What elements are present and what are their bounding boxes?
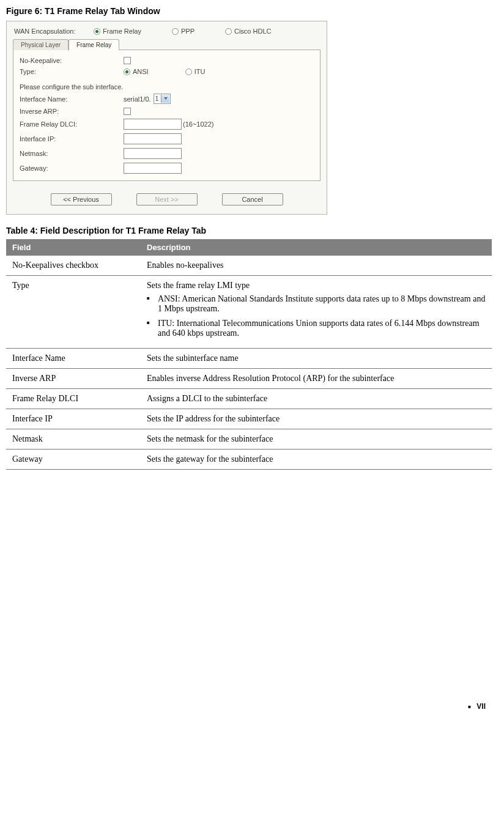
table-row: Frame Relay DLCI Assigns a DLCI to the s… — [6, 389, 492, 409]
interface-name-select[interactable]: 1 — [154, 94, 171, 104]
cell-field: Netmask — [6, 429, 141, 450]
page-number: VII — [476, 702, 486, 711]
interface-name-row: Interface Name: serial1/0. 1 — [20, 92, 314, 106]
field-label: Interface IP: — [20, 135, 124, 143]
table-row: Netmask Sets the netmask for the subinte… — [6, 429, 492, 450]
table-row: Gateway Sets the gateway for the subinte… — [6, 450, 492, 470]
no-keepalive-row: No-Keepalive: — [20, 55, 314, 66]
radio-dot-icon — [172, 28, 179, 35]
radio-ppp[interactable]: PPP — [172, 28, 195, 35]
netmask-row: Netmask: — [20, 146, 314, 161]
wan-encapsulation-row: WAN Encapsulation: Frame Relay PPP Cisco… — [7, 21, 327, 37]
configure-note: Please configure the sub interface. — [20, 77, 314, 92]
config-window: WAN Encapsulation: Frame Relay PPP Cisco… — [6, 21, 327, 215]
gateway-row: Gateway: — [20, 161, 314, 176]
table-caption: Table 4: Field Description for T1 Frame … — [6, 226, 492, 235]
type-intro: Sets the frame relay LMI type — [147, 281, 250, 290]
cell-field: Interface IP — [6, 409, 141, 429]
square-bullet-icon: ■ — [468, 704, 471, 709]
cell-field: Frame Relay DLCI — [6, 389, 141, 409]
radio-itu[interactable]: ITU — [185, 68, 206, 75]
cancel-button[interactable]: Cancel — [222, 193, 283, 205]
radio-label: Cisco HDLC — [234, 28, 272, 35]
table-row: Interface IP Sets the IP address for the… — [6, 409, 492, 429]
table-row: No-Keepalives checkbox Enables no-keepal… — [6, 256, 492, 276]
gateway-input[interactable] — [124, 163, 182, 174]
table-row: Type Sets the frame relay LMI type ANSI:… — [6, 276, 492, 349]
previous-button[interactable]: << Previous — [51, 193, 112, 205]
cell-desc: Sets the frame relay LMI type ANSI: Amer… — [141, 276, 492, 349]
cell-desc: Sets the netmask for the subinterface — [141, 429, 492, 450]
field-label: Frame Relay DLCI: — [20, 120, 124, 128]
wan-radio-group: Frame Relay PPP Cisco HDLC — [94, 28, 319, 35]
cell-desc: Sets the IP address for the subinterface — [141, 409, 492, 429]
table-row: Inverse ARP Enables inverse Address Reso… — [6, 369, 492, 389]
interface-ip-row: Interface IP: — [20, 131, 314, 146]
radio-label: Frame Relay — [103, 28, 141, 35]
cell-field: No-Keepalives checkbox — [6, 256, 141, 276]
page-footer: ■ VII — [6, 702, 492, 711]
th-field: Field — [6, 239, 141, 256]
field-label: Type: — [20, 68, 124, 75]
button-row: << Previous Next >> Cancel — [7, 187, 327, 214]
dlci-row: Frame Relay DLCI: (16~1022) — [20, 117, 314, 131]
cell-desc: Enables inverse Address Resolution Proto… — [141, 369, 492, 389]
tab-frame-relay[interactable]: Frame Relay — [69, 39, 119, 50]
radio-cisco-hdlc[interactable]: Cisco HDLC — [225, 28, 272, 35]
table-row: Interface Name Sets the subinterface nam… — [6, 349, 492, 369]
cell-field: Type — [6, 276, 141, 349]
field-label: No-Keepalive: — [20, 57, 124, 64]
cell-desc: Sets the gateway for the subinterface — [141, 450, 492, 470]
wan-label: WAN Encapsulation: — [14, 28, 94, 35]
radio-dot-icon — [185, 68, 192, 75]
radio-dot-icon — [94, 28, 100, 35]
interface-name-prefix: serial1/0. — [124, 95, 151, 103]
next-button[interactable]: Next >> — [136, 193, 198, 205]
select-value: 1 — [155, 95, 159, 102]
interface-ip-input[interactable] — [124, 133, 182, 144]
th-description: Description — [141, 239, 492, 256]
no-keepalive-checkbox[interactable] — [124, 57, 131, 64]
list-item: ANSI: American National Standards Instit… — [147, 294, 486, 314]
radio-label: ITU — [195, 68, 206, 75]
tab-bar: Physical Layer Frame Relay — [7, 39, 327, 50]
tab-physical-layer[interactable]: Physical Layer — [13, 39, 69, 50]
field-label: Gateway: — [20, 165, 124, 172]
cell-desc: Sets the subinterface name — [141, 349, 492, 369]
field-label: Netmask: — [20, 150, 124, 157]
radio-label: ANSI — [133, 68, 149, 75]
radio-ansi[interactable]: ANSI — [124, 68, 149, 75]
field-description-table: Field Description No-Keepalives checkbox… — [6, 239, 492, 470]
tab-content: No-Keepalive: Type: ANSI ITU Please conf… — [13, 50, 321, 181]
figure-title: Figure 6: T1 Frame Relay Tab Window — [6, 6, 492, 16]
cell-desc: Assigns a DLCI to the subinterface — [141, 389, 492, 409]
radio-label: PPP — [181, 28, 195, 35]
dlci-range: (16~1022) — [183, 120, 213, 128]
chevron-down-icon — [164, 97, 168, 100]
inverse-arp-checkbox[interactable] — [124, 108, 131, 115]
field-label: Interface Name: — [20, 95, 124, 103]
type-row: Type: ANSI ITU — [20, 66, 314, 77]
dlci-input[interactable] — [124, 119, 182, 130]
radio-dot-icon — [225, 28, 232, 35]
radio-frame-relay[interactable]: Frame Relay — [94, 28, 141, 35]
radio-dot-icon — [124, 68, 130, 75]
netmask-input[interactable] — [124, 148, 182, 159]
cell-field: Gateway — [6, 450, 141, 470]
cell-field: Inverse ARP — [6, 369, 141, 389]
type-bullets: ANSI: American National Standards Instit… — [147, 294, 486, 338]
inverse-arp-row: Inverse ARP: — [20, 106, 314, 117]
list-item: ITU: International Telecommunications Un… — [147, 319, 486, 338]
cell-field: Interface Name — [6, 349, 141, 369]
field-label: Inverse ARP: — [20, 108, 124, 115]
cell-desc: Enables no-keepalives — [141, 256, 492, 276]
